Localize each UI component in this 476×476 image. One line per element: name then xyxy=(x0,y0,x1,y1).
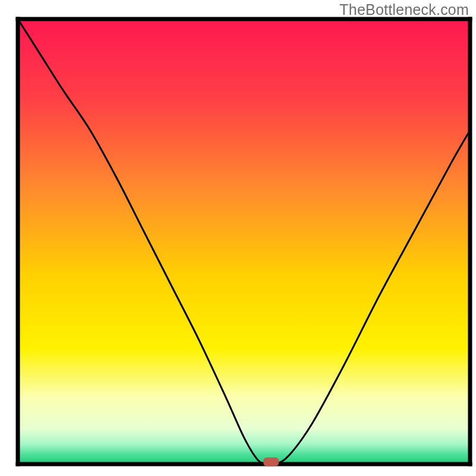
bottleneck-chart xyxy=(0,0,476,476)
plot-background xyxy=(18,19,470,464)
watermark-text: TheBottleneck.com xyxy=(340,1,469,18)
optimal-point-marker xyxy=(264,458,279,466)
chart-container: TheBottleneck.com xyxy=(0,0,476,476)
